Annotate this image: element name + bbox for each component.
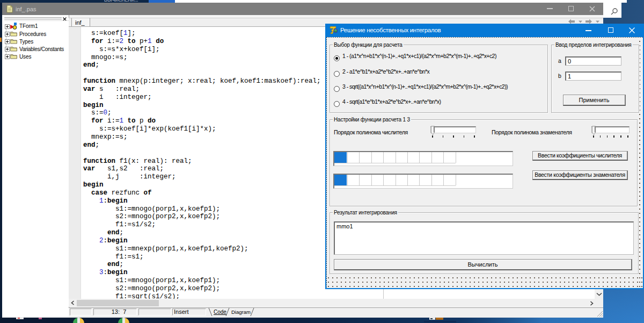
svg-text:Code: Code (214, 309, 226, 315)
svg-text:Diagram: Diagram (231, 309, 251, 315)
